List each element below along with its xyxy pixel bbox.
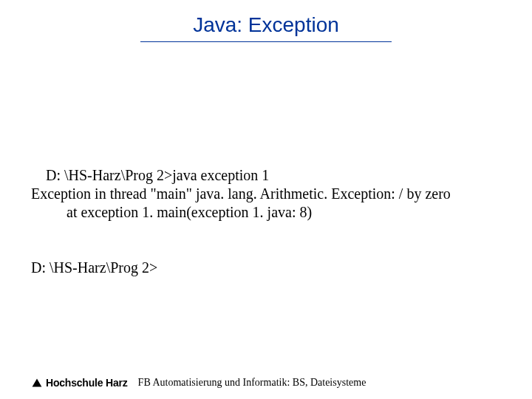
console-line-2: Exception in thread "main" java. lang. A…	[31, 185, 451, 202]
institution-name: Hochschule Harz	[46, 377, 128, 389]
console-output: D: \HS-Harz\Prog 2>java exception 1 Exce…	[31, 148, 510, 296]
title-underline	[140, 41, 392, 42]
console-line-4: D: \HS-Harz\Prog 2>	[31, 259, 157, 276]
institution-logo: Hochschule Harz	[31, 377, 128, 389]
console-line-1: D: \HS-Harz\Prog 2>java exception 1	[46, 167, 269, 183]
triangle-icon	[31, 377, 43, 389]
slide: Java: Exception D: \HS-Harz\Prog 2>java …	[0, 0, 532, 399]
footer: Hochschule Harz FB Automatisierung und I…	[31, 377, 510, 389]
console-line-3: at exception 1. main(exception 1. java: …	[31, 203, 510, 222]
svg-marker-0	[33, 378, 42, 386]
footer-text: FB Automatisierung und Informatik: BS, D…	[138, 377, 366, 389]
slide-title: Java: Exception	[0, 13, 532, 37]
